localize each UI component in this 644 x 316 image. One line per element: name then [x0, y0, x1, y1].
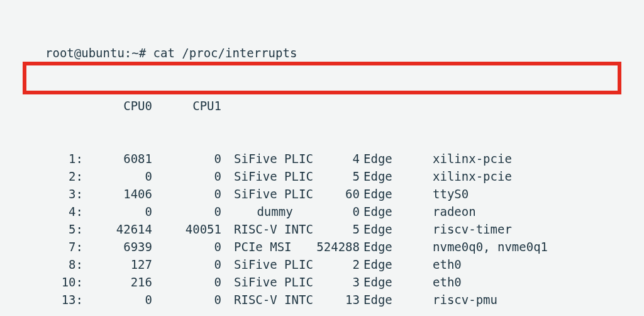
trigger-type: Edge	[360, 185, 401, 203]
device-name: nvme0q0, nvme0q1	[433, 238, 548, 256]
irq-number: 8:	[45, 256, 83, 273]
hw-irq: 13	[316, 291, 360, 308]
trigger-type: Edge	[360, 238, 401, 256]
trigger-type: Edge	[360, 273, 401, 291]
cpu0-count: 0	[83, 167, 152, 185]
terminal-output: root@ubuntu:~# cat /proc/interrupts CPU0…	[0, 0, 644, 316]
trigger-type: Edge	[360, 220, 401, 238]
hw-irq: 5	[316, 167, 360, 185]
table-row: 5:4261440051RISC-V INTC5Edgeriscv-timer	[45, 220, 644, 238]
hw-irq: 60	[316, 185, 360, 203]
table-row: 3:14060SiFive PLIC60EdgettyS0	[45, 185, 644, 203]
device-name: eth0	[433, 256, 462, 273]
device-name: radeon	[433, 203, 476, 220]
chip-name: SiFive PLIC	[234, 150, 316, 167]
device-name: riscv-pmu	[433, 291, 497, 308]
irq-number: 1:	[45, 150, 83, 167]
irq-number: 4:	[45, 203, 83, 220]
trigger-type: Edge	[360, 256, 401, 273]
irq-number: 5:	[45, 220, 83, 238]
chip-name: SiFive PLIC	[234, 256, 316, 273]
cpu0-count: 6939	[83, 238, 152, 256]
trigger-type: Edge	[360, 291, 401, 308]
trigger-type: Edge	[360, 203, 401, 220]
cpu0-count: 6081	[83, 150, 152, 167]
hw-irq: 524288	[316, 238, 360, 256]
highlight-box	[23, 62, 621, 94]
trigger-type: Edge	[360, 167, 401, 185]
cpu0-count: 1406	[83, 185, 152, 203]
header-row: CPU0 CPU1	[45, 97, 644, 115]
table-row: 8:1270SiFive PLIC2Edgeeth0	[45, 256, 644, 273]
cpu1-count: 0	[152, 273, 221, 291]
cpu0-count: 216	[83, 273, 152, 291]
hw-irq: 2	[316, 256, 360, 273]
irq-number: 2:	[45, 167, 83, 185]
cpu0-count: 0	[83, 291, 152, 308]
device-name: xilinx-pcie	[433, 150, 512, 167]
header-cpu1: CPU1	[152, 97, 221, 115]
cpu0-count: 42614	[83, 220, 152, 238]
trigger-type: Edge	[360, 150, 401, 167]
table-row: 10:2160SiFive PLIC3Edgeeth0	[45, 273, 644, 291]
cpu1-count: 0	[152, 256, 221, 273]
irq-number: 13:	[45, 291, 83, 308]
table-row: 13:00RISC-V INTC13Edgeriscv-pmu	[45, 291, 644, 308]
chip-name: SiFive PLIC	[234, 185, 316, 203]
cpu1-count: 0	[152, 150, 221, 167]
hw-irq: 4	[316, 150, 360, 167]
device-name: ttyS0	[433, 185, 469, 203]
chip-name: RISC-V INTC	[234, 220, 316, 238]
device-name: eth0	[433, 273, 462, 291]
chip-name: dummy	[234, 203, 316, 220]
chip-name: PCIe MSI	[234, 238, 316, 256]
table-row: 2:00SiFive PLIC5Edgexilinx-pcie	[45, 167, 644, 185]
cpu1-count: 0	[152, 238, 221, 256]
cpu1-count: 0	[152, 203, 221, 220]
irq-number: 3:	[45, 185, 83, 203]
cpu0-count: 0	[83, 203, 152, 220]
cpu0-count: 127	[83, 256, 152, 273]
header-cpu0: CPU0	[83, 97, 152, 115]
hw-irq: 5	[316, 220, 360, 238]
irq-number: 10:	[45, 273, 83, 291]
cpu1-count: 40051	[152, 220, 221, 238]
hw-irq: 0	[316, 203, 360, 220]
hw-irq: 3	[316, 273, 360, 291]
table-row: 1:60810SiFive PLIC4Edgexilinx-pcie	[45, 150, 644, 167]
cpu1-count: 0	[152, 291, 221, 308]
device-name: riscv-timer	[433, 220, 512, 238]
table-row: 7:69390PCIe MSI524288Edgenvme0q0, nvme0q…	[45, 238, 644, 256]
cpu1-count: 0	[152, 167, 221, 185]
chip-name: SiFive PLIC	[234, 167, 316, 185]
table-row: 4:00dummy0Edgeradeon	[45, 203, 644, 220]
cpu1-count: 0	[152, 185, 221, 203]
irq-number: 7:	[45, 238, 83, 256]
chip-name: SiFive PLIC	[234, 273, 316, 291]
device-name: xilinx-pcie	[433, 167, 512, 185]
chip-name: RISC-V INTC	[234, 291, 316, 308]
shell-prompt: root@ubuntu:~# cat /proc/interrupts	[45, 44, 644, 62]
